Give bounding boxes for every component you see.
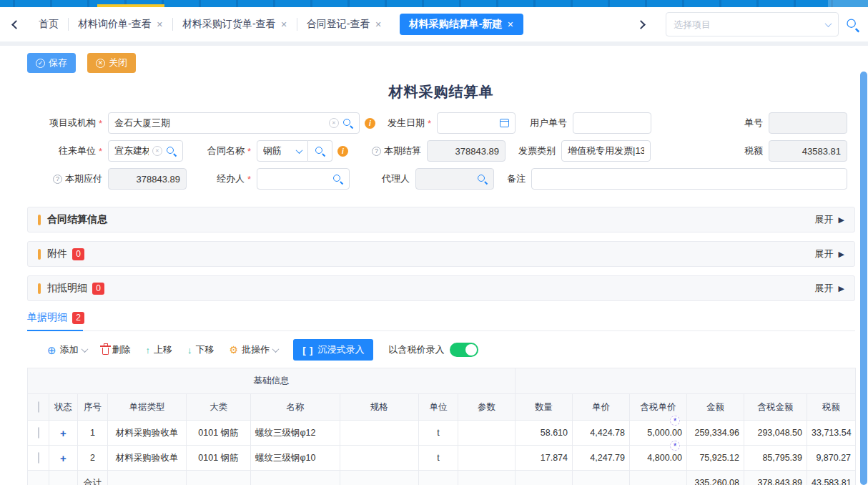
col-qty: 数量 (516, 394, 573, 421)
project-select[interactable] (666, 12, 839, 36)
delete-row-button[interactable]: 删除 (102, 343, 131, 356)
expand-toggle[interactable]: 展开 ▶ (815, 282, 844, 295)
calendar-icon[interactable] (500, 119, 509, 127)
tab-purchase-order[interactable]: 材料采购订货单-查看 ✕ (173, 14, 297, 35)
user-no-label: 用户单号 (516, 117, 573, 129)
cell-spec (340, 446, 419, 471)
search-icon (315, 146, 325, 157)
cell-price: 4,247.79 (573, 446, 630, 471)
tabs-scroll-right-icon[interactable] (636, 20, 646, 29)
total-label: 合计 (78, 471, 108, 485)
date-label: 发生日期* (375, 117, 437, 129)
project-select-input[interactable] (674, 19, 822, 30)
row-expand-plus-icon[interactable]: + (49, 446, 78, 471)
remarks-field[interactable] (531, 168, 847, 190)
arrow-down-icon: ↓ (187, 345, 192, 356)
col-category: 大类 (187, 394, 251, 421)
modified-star-icon: * (670, 441, 680, 451)
tab-close-icon[interactable]: ✕ (281, 20, 287, 29)
cell-spec (340, 421, 419, 446)
document-detail-tab-bar: 单据明细 2 (27, 311, 855, 331)
handler-label: 经办人* (187, 172, 257, 185)
contract-value: 钢筋 (263, 144, 293, 157)
chevron-down-icon (81, 346, 88, 353)
save-button[interactable]: ✓ 保存 (27, 53, 76, 73)
col-no: 序号 (78, 394, 108, 421)
move-up-button[interactable]: ↑ 上移 (146, 343, 173, 356)
contract-search-button[interactable] (308, 140, 332, 162)
form-row-1: 项目或机构* 金石大厦三期 i 发生日期* 用户单号 单号 (27, 112, 847, 134)
row-expand-plus-icon[interactable]: + (49, 421, 78, 446)
invoice-type-value: 增值税专用发票|13 (568, 144, 644, 157)
tab-label: 材料采购订货单-查看 (182, 18, 276, 31)
partner-field[interactable]: 宜东建材 (108, 140, 183, 162)
clear-icon[interactable] (152, 146, 162, 156)
trash-icon (102, 348, 109, 355)
check-circle-icon: ✓ (36, 59, 45, 68)
search-icon[interactable] (332, 174, 343, 185)
current-payable-label: ? 本期应付 (27, 172, 108, 185)
handler-field[interactable] (257, 168, 350, 190)
move-down-button[interactable]: ↓ 下移 (187, 343, 214, 356)
search-icon[interactable] (166, 146, 177, 157)
row-select-cell (28, 446, 49, 471)
batch-operation-button[interactable]: ⚙ 批操作 (230, 343, 279, 356)
col-spec: 规格 (340, 394, 419, 421)
expand-toggle[interactable]: 展开 ▶ (815, 213, 844, 226)
row-checkbox[interactable] (38, 452, 39, 464)
date-field[interactable] (437, 112, 516, 134)
clear-icon[interactable] (329, 118, 339, 128)
contract-select[interactable]: 钢筋 (257, 140, 308, 162)
cell-price-tax[interactable]: 4,800.00 * (630, 446, 687, 471)
cell-category: 0101 钢筋 (187, 446, 251, 471)
detail-count-badge: 2 (72, 312, 84, 324)
tab-close-icon[interactable]: ✕ (507, 20, 513, 29)
tab-close-icon[interactable]: ✕ (157, 20, 163, 29)
plus-circle-icon: ⊕ (47, 345, 56, 356)
tabbar-right-group (638, 12, 858, 36)
close-button[interactable]: ✕ 关闭 (87, 53, 136, 73)
row-checkbox[interactable] (38, 427, 39, 439)
tab-material-inquiry[interactable]: 材料询价单-查看 ✕ (69, 14, 172, 35)
add-row-button[interactable]: ⊕ 添加 (47, 343, 87, 356)
invoice-type-label: 发票类别 (505, 144, 561, 157)
search-icon[interactable] (477, 174, 488, 185)
invoice-type-field[interactable]: 增值税专用发票|13 (561, 140, 651, 162)
detail-table-toolbar: ⊕ 添加 删除 ↑ 上移 ↓ 下移 ⚙ 批操作 沉浸式录入 以含税价录入 (27, 339, 855, 361)
cell-amount: 75,925.12 (687, 446, 744, 471)
cell-price: 4,424.78 (573, 421, 630, 446)
expand-toggle[interactable]: 展开 ▶ (815, 248, 844, 260)
cell-category: 0101 钢筋 (187, 421, 251, 446)
tax-price-toggle[interactable] (450, 343, 478, 357)
partner-value: 宜东建材 (114, 144, 149, 157)
global-search-icon[interactable] (846, 18, 859, 31)
tab-document-detail[interactable]: 单据明细 (27, 311, 67, 324)
form-row-2: 往来单位* 宜东建材 合同名称* 钢筋 i ? (27, 140, 847, 162)
search-icon[interactable] (342, 118, 353, 129)
section-title: 合同结算信息 (47, 213, 107, 226)
table-total-row: 合计 335,260.08 378,843.89 43,583.81 (28, 471, 856, 485)
arrow-up-icon: ↑ (146, 345, 151, 356)
project-field[interactable]: 金石大厦三期 (108, 112, 360, 134)
column-header-row: 状态 序号 单据类型 大类 名称 规格 单位 参数 数量 单价 含税单价 金额 … (28, 394, 856, 421)
attachments-count-badge: 0 (72, 248, 84, 260)
select-all-checkbox[interactable] (38, 401, 39, 413)
section-title: 扣抵明细 (47, 282, 87, 295)
tabs-scroll-left-icon[interactable] (11, 20, 21, 29)
cell-amount-tax: 293,048.50 (744, 421, 807, 446)
chevron-down-icon[interactable] (825, 20, 832, 27)
group-header-basic-info: 基础信息 (28, 368, 516, 394)
vertical-scrollbar[interactable] (860, 72, 867, 485)
tab-close-icon[interactable]: ✕ (375, 20, 381, 29)
save-button-label: 保存 (49, 57, 67, 69)
tab-contract-registration[interactable]: 合同登记-查看 ✕ (297, 14, 391, 35)
user-no-field[interactable] (573, 112, 651, 134)
top-strip-right-segment (828, 0, 868, 7)
total-tax: 43,583.81 (807, 471, 856, 485)
col-tax: 税额 (807, 394, 856, 421)
chevron-down-icon[interactable] (296, 147, 303, 154)
tab-home[interactable]: 首页 (29, 14, 68, 35)
agent-field[interactable] (415, 168, 494, 190)
immersive-entry-button[interactable]: 沉浸式录入 (293, 339, 373, 361)
tab-settlement-new-active[interactable]: 材料采购结算单-新建 ✕ (400, 14, 523, 35)
